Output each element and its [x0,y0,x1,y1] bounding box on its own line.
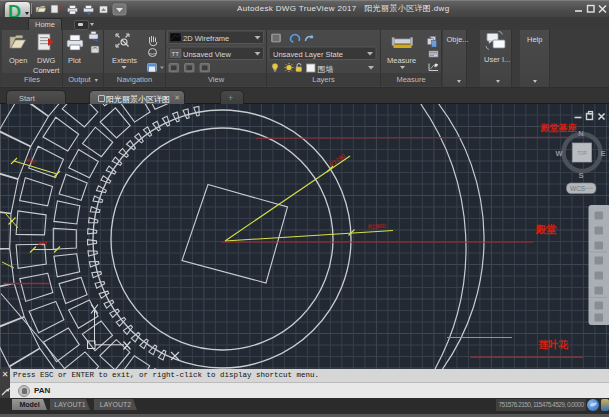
svg-text:E: E [600,149,605,158]
svg-text:Convert: Convert [33,66,60,75]
svg-text:R2900: R2900 [368,223,387,230]
svg-text:Obje...: Obje... [447,35,469,44]
svg-text:DWG: DWG [37,56,55,65]
svg-text:围墙: 围墙 [318,65,334,74]
svg-text:User I...: User I... [484,55,510,64]
svg-text:S: S [578,171,583,180]
svg-text:Open: Open [9,56,27,65]
svg-text:407: 407 [38,241,47,247]
svg-text:莲叶花: 莲叶花 [539,339,569,350]
svg-text:Measure: Measure [387,56,416,65]
svg-text:WCS: WCS [570,185,586,192]
svg-text:Unsaved View: Unsaved View [183,50,231,59]
svg-text:W: W [555,149,563,158]
svg-text:N: N [578,129,583,138]
svg-text:Unsaved Layer State: Unsaved Layer State [273,50,343,59]
svg-text:殿堂基座: 殿堂基座 [540,123,578,133]
svg-text:2D Wireframe: 2D Wireframe [183,34,229,43]
svg-text:Extents: Extents [112,56,137,65]
svg-text:Plot: Plot [68,56,82,65]
svg-text:Help: Help [527,35,542,44]
svg-text:殿堂: 殿堂 [535,223,558,235]
svg-text:TT: TT [172,51,180,57]
svg-text:TOP: TOP [578,151,587,156]
